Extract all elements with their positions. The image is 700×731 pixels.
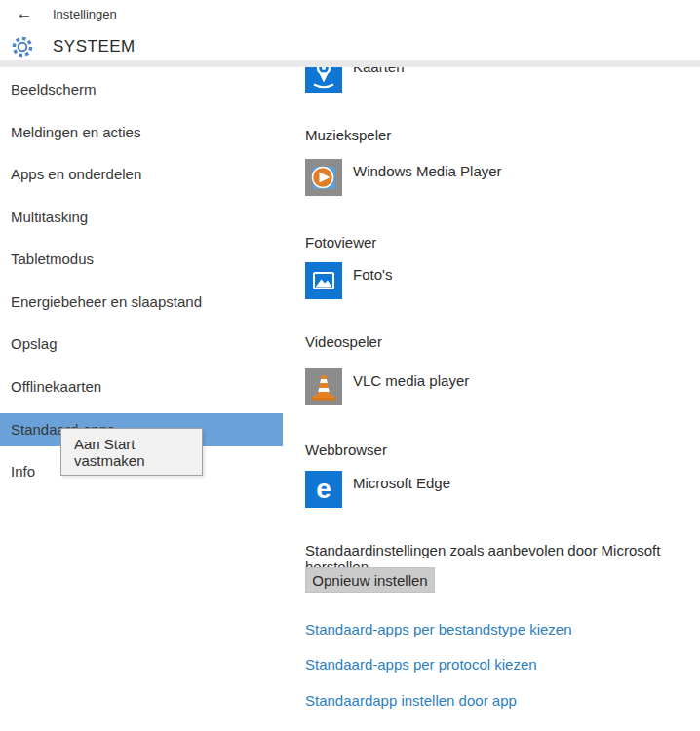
sidebar-item-offlinekaarten[interactable]: Offlinekaarten — [0, 370, 283, 404]
sidebar-item-meldingen[interactable]: Meldingen en acties — [0, 116, 283, 149]
header-divider-band — [0, 60, 700, 67]
header: ← Instellingen SYSTEEM — [0, 0, 700, 60]
back-arrow-icon: ← — [17, 4, 33, 23]
section-label-muziekspeler: Muziekspeler — [305, 127, 391, 143]
sidebar-item-apps[interactable]: Apps en onderdelen — [0, 158, 283, 191]
section-label-webbrowser: Webbrowser — [305, 442, 387, 458]
sidebar-item-beeldscherm[interactable]: Beeldscherm — [0, 73, 283, 106]
section-label-videospeler: Videospeler — [305, 333, 382, 350]
windows-media-player-icon — [305, 159, 342, 196]
system-gear-icon — [10, 34, 35, 59]
sidebar-item-energiebeheer[interactable]: Energiebeheer en slaapstand — [0, 286, 283, 319]
sidebar-item-opslag[interactable]: Opslag — [0, 327, 283, 361]
back-button[interactable]: ← — [12, 3, 37, 24]
link-set-defaults-by-app[interactable]: Standaardapp instellen door app — [305, 692, 517, 709]
app-row-vlc[interactable]: VLC media player — [353, 372, 469, 389]
app-row-fotos[interactable]: Foto's — [353, 266, 392, 283]
app-row-windows-media-player[interactable]: Windows Media Player — [353, 163, 502, 179]
context-menu: Aan Start vastmaken — [60, 428, 203, 476]
edge-glyph: e — [305, 471, 342, 508]
app-title: Instellingen — [53, 7, 117, 21]
page-title: SYSTEEM — [53, 37, 136, 57]
link-default-apps-by-filetype[interactable]: Standaard-apps per bestandstype kiezen — [305, 621, 572, 637]
edge-icon: e — [305, 471, 342, 508]
photos-icon — [305, 262, 342, 299]
app-row-edge[interactable]: Microsoft Edge — [353, 475, 450, 491]
settings-window: Kaarten Muziekspeler Windows Media Playe… — [0, 0, 700, 731]
sidebar-item-multitasking[interactable]: Multitasking — [0, 201, 283, 234]
vlc-icon — [305, 368, 342, 405]
context-menu-item-pin-to-start[interactable]: Aan Start vastmaken — [61, 429, 202, 475]
link-default-apps-by-protocol[interactable]: Standaard-apps per protocol kiezen — [305, 656, 537, 673]
sidebar-item-tabletmodus[interactable]: Tabletmodus — [0, 243, 283, 276]
section-label-fotoviewer: Fotoviewer — [305, 234, 376, 250]
reset-defaults-button[interactable]: Opnieuw instellen — [305, 567, 435, 593]
